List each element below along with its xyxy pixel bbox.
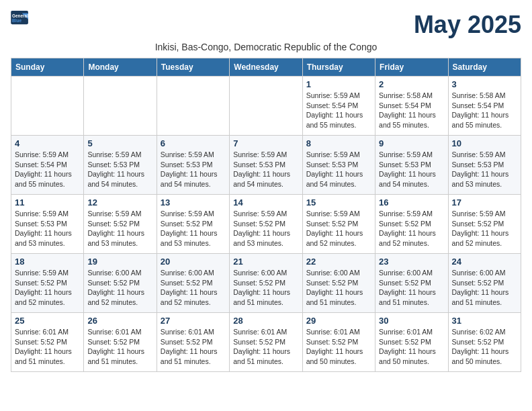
logo: General Blue xyxy=(11,11,32,26)
calendar-cell: 25Sunrise: 6:01 AMSunset: 5:52 PMDayligh… xyxy=(11,313,84,372)
day-info: Sunrise: 6:00 AMSunset: 5:52 PMDaylight:… xyxy=(306,268,371,308)
calendar-cell: 20Sunrise: 6:00 AMSunset: 5:52 PMDayligh… xyxy=(157,254,229,313)
calendar-cell: 4Sunrise: 5:59 AMSunset: 5:54 PMDaylight… xyxy=(11,136,84,195)
svg-text:General: General xyxy=(12,13,28,18)
calendar-cell: 14Sunrise: 5:59 AMSunset: 5:52 PMDayligh… xyxy=(230,195,302,254)
day-info: Sunrise: 5:58 AMSunset: 5:54 PMDaylight:… xyxy=(452,91,517,130)
calendar-cell: 26Sunrise: 6:01 AMSunset: 5:52 PMDayligh… xyxy=(84,313,157,372)
calendar-cell: 3Sunrise: 5:58 AMSunset: 5:54 PMDaylight… xyxy=(448,77,521,136)
calendar-cell: 11Sunrise: 5:59 AMSunset: 5:53 PMDayligh… xyxy=(11,195,84,254)
calendar-cell: 15Sunrise: 5:59 AMSunset: 5:52 PMDayligh… xyxy=(302,195,375,254)
day-info: Sunrise: 6:01 AMSunset: 5:52 PMDaylight:… xyxy=(15,327,80,367)
calendar-cell: 13Sunrise: 5:59 AMSunset: 5:52 PMDayligh… xyxy=(157,195,229,254)
weekday-header-sunday: Sunday xyxy=(11,58,84,77)
day-info: Sunrise: 5:59 AMSunset: 5:52 PMDaylight:… xyxy=(87,209,152,248)
calendar-cell xyxy=(84,77,157,136)
day-number: 9 xyxy=(379,138,444,148)
day-number: 21 xyxy=(233,257,298,267)
calendar-cell: 31Sunrise: 6:02 AMSunset: 5:52 PMDayligh… xyxy=(448,313,521,372)
day-info: Sunrise: 5:59 AMSunset: 5:54 PMDaylight:… xyxy=(306,91,371,130)
weekday-header-saturday: Saturday xyxy=(448,58,521,77)
calendar-cell: 18Sunrise: 5:59 AMSunset: 5:52 PMDayligh… xyxy=(11,254,84,313)
calendar-cell: 1Sunrise: 5:59 AMSunset: 5:54 PMDaylight… xyxy=(302,77,375,136)
calendar-cell: 9Sunrise: 5:59 AMSunset: 5:53 PMDaylight… xyxy=(375,136,448,195)
calendar-cell: 16Sunrise: 5:59 AMSunset: 5:52 PMDayligh… xyxy=(375,195,448,254)
day-number: 5 xyxy=(87,138,152,148)
day-number: 13 xyxy=(161,197,226,208)
calendar-cell: 21Sunrise: 6:00 AMSunset: 5:52 PMDayligh… xyxy=(230,254,302,313)
day-info: Sunrise: 6:01 AMSunset: 5:52 PMDaylight:… xyxy=(379,327,444,367)
day-number: 29 xyxy=(306,316,371,326)
calendar-cell xyxy=(157,77,229,136)
day-number: 18 xyxy=(15,257,80,267)
day-info: Sunrise: 5:59 AMSunset: 5:52 PMDaylight:… xyxy=(233,209,298,248)
day-info: Sunrise: 6:02 AMSunset: 5:52 PMDaylight:… xyxy=(452,327,517,367)
day-info: Sunrise: 6:00 AMSunset: 5:52 PMDaylight:… xyxy=(161,268,226,308)
calendar-cell: 24Sunrise: 6:00 AMSunset: 5:52 PMDayligh… xyxy=(448,254,521,313)
day-number: 6 xyxy=(161,138,226,148)
day-info: Sunrise: 6:00 AMSunset: 5:52 PMDaylight:… xyxy=(87,268,152,308)
day-number: 20 xyxy=(161,257,226,267)
day-info: Sunrise: 6:00 AMSunset: 5:52 PMDaylight:… xyxy=(233,268,298,308)
day-info: Sunrise: 6:01 AMSunset: 5:52 PMDaylight:… xyxy=(161,327,226,367)
day-info: Sunrise: 6:00 AMSunset: 5:52 PMDaylight:… xyxy=(379,268,444,308)
day-number: 12 xyxy=(87,197,152,208)
day-number: 1 xyxy=(306,79,371,89)
day-info: Sunrise: 5:59 AMSunset: 5:52 PMDaylight:… xyxy=(379,209,444,248)
weekday-header-wednesday: Wednesday xyxy=(230,58,302,77)
weekday-header-tuesday: Tuesday xyxy=(157,58,229,77)
day-info: Sunrise: 5:59 AMSunset: 5:53 PMDaylight:… xyxy=(87,150,152,189)
calendar-cell: 22Sunrise: 6:00 AMSunset: 5:52 PMDayligh… xyxy=(302,254,375,313)
calendar-cell: 30Sunrise: 6:01 AMSunset: 5:52 PMDayligh… xyxy=(375,313,448,372)
weekday-header-thursday: Thursday xyxy=(302,58,375,77)
day-info: Sunrise: 5:59 AMSunset: 5:52 PMDaylight:… xyxy=(306,209,371,248)
day-number: 23 xyxy=(379,257,444,267)
day-info: Sunrise: 5:59 AMSunset: 5:53 PMDaylight:… xyxy=(379,150,444,189)
day-number: 22 xyxy=(306,257,371,267)
day-info: Sunrise: 5:59 AMSunset: 5:52 PMDaylight:… xyxy=(452,209,517,248)
day-number: 14 xyxy=(233,197,298,208)
day-number: 15 xyxy=(306,197,371,208)
day-info: Sunrise: 5:59 AMSunset: 5:54 PMDaylight:… xyxy=(15,150,80,189)
day-number: 24 xyxy=(452,257,517,267)
day-number: 17 xyxy=(452,197,517,208)
calendar-cell: 27Sunrise: 6:01 AMSunset: 5:52 PMDayligh… xyxy=(157,313,229,372)
day-number: 10 xyxy=(452,138,517,148)
calendar-cell: 23Sunrise: 6:00 AMSunset: 5:52 PMDayligh… xyxy=(375,254,448,313)
day-number: 27 xyxy=(161,316,226,326)
day-info: Sunrise: 6:01 AMSunset: 5:52 PMDaylight:… xyxy=(306,327,371,367)
day-info: Sunrise: 5:59 AMSunset: 5:53 PMDaylight:… xyxy=(161,150,226,189)
day-number: 4 xyxy=(15,138,80,148)
calendar-cell: 19Sunrise: 6:00 AMSunset: 5:52 PMDayligh… xyxy=(84,254,157,313)
day-info: Sunrise: 5:59 AMSunset: 5:52 PMDaylight:… xyxy=(161,209,226,248)
day-number: 8 xyxy=(306,138,371,148)
day-number: 7 xyxy=(233,138,298,148)
day-info: Sunrise: 5:59 AMSunset: 5:52 PMDaylight:… xyxy=(15,268,80,308)
calendar-cell: 28Sunrise: 6:01 AMSunset: 5:52 PMDayligh… xyxy=(230,313,302,372)
day-number: 26 xyxy=(87,316,152,326)
calendar-cell: 6Sunrise: 5:59 AMSunset: 5:53 PMDaylight… xyxy=(157,136,229,195)
calendar-cell xyxy=(11,77,84,136)
day-number: 30 xyxy=(379,316,444,326)
day-info: Sunrise: 5:59 AMSunset: 5:53 PMDaylight:… xyxy=(15,209,80,248)
calendar-cell: 5Sunrise: 5:59 AMSunset: 5:53 PMDaylight… xyxy=(84,136,157,195)
calendar-cell xyxy=(230,77,302,136)
logo-icon: General Blue xyxy=(11,11,30,26)
day-number: 19 xyxy=(87,257,152,267)
day-number: 2 xyxy=(379,79,444,89)
day-info: Sunrise: 6:01 AMSunset: 5:52 PMDaylight:… xyxy=(233,327,298,367)
day-info: Sunrise: 6:00 AMSunset: 5:52 PMDaylight:… xyxy=(452,268,517,308)
day-number: 16 xyxy=(379,197,444,208)
weekday-header-friday: Friday xyxy=(375,58,448,77)
calendar-cell: 29Sunrise: 6:01 AMSunset: 5:52 PMDayligh… xyxy=(302,313,375,372)
calendar-cell: 7Sunrise: 5:59 AMSunset: 5:53 PMDaylight… xyxy=(230,136,302,195)
day-info: Sunrise: 5:59 AMSunset: 5:53 PMDaylight:… xyxy=(452,150,517,189)
day-number: 3 xyxy=(452,79,517,89)
calendar-table: SundayMondayTuesdayWednesdayThursdayFrid… xyxy=(11,58,521,372)
calendar-cell: 12Sunrise: 5:59 AMSunset: 5:52 PMDayligh… xyxy=(84,195,157,254)
day-number: 31 xyxy=(452,316,517,326)
calendar-cell: 8Sunrise: 5:59 AMSunset: 5:53 PMDaylight… xyxy=(302,136,375,195)
calendar-cell: 10Sunrise: 5:59 AMSunset: 5:53 PMDayligh… xyxy=(448,136,521,195)
day-number: 11 xyxy=(15,197,80,208)
subtitle: Inkisi, Bas-Congo, Democratic Republic o… xyxy=(11,42,521,52)
